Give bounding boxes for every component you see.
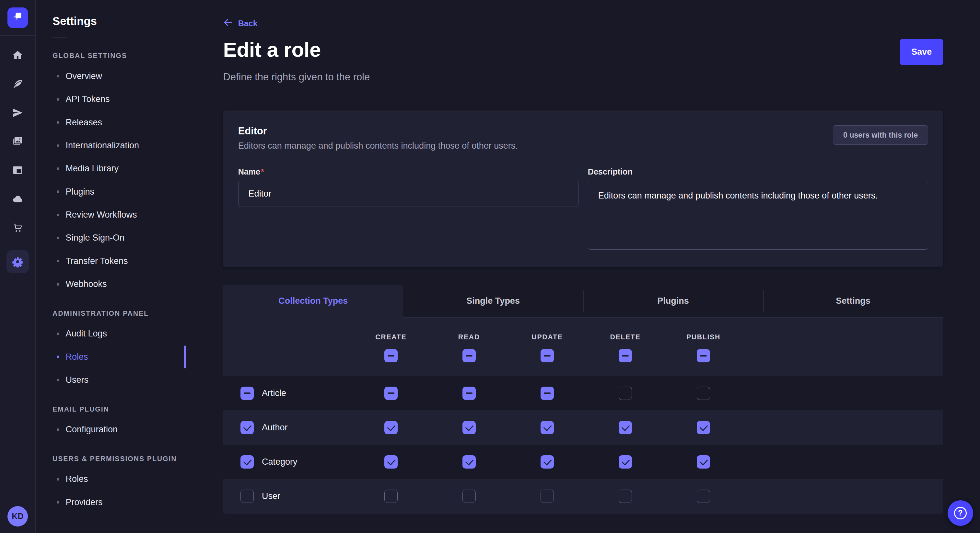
sidebar-item-roles[interactable]: Roles	[36, 346, 186, 368]
checkbox-article-delete[interactable]	[619, 387, 632, 400]
checkbox-article-create[interactable]	[384, 387, 398, 400]
tab-plugins[interactable]: Plugins	[583, 285, 763, 318]
checkbox-user-publish[interactable]	[697, 490, 710, 503]
bullet-icon	[57, 214, 59, 216]
checkbox-user-create[interactable]	[384, 490, 398, 503]
checkbox-user-update[interactable]	[541, 490, 554, 503]
checkbox-author-read[interactable]	[463, 421, 476, 434]
permission-row-category: Category	[223, 444, 943, 479]
checkbox-category-delete[interactable]	[619, 455, 632, 468]
bullet-icon	[57, 379, 59, 381]
sidebar-item-label: API Tokens	[65, 94, 110, 104]
bullet-icon	[57, 98, 59, 101]
checkbox-category-create[interactable]	[384, 455, 398, 468]
master-checkbox-publish[interactable]	[697, 349, 710, 362]
rail-item-home[interactable]	[12, 49, 24, 61]
sidebar-item-review-workflows[interactable]: Review Workflows	[36, 203, 186, 226]
sidebar-item-providers[interactable]: Providers	[36, 491, 186, 514]
checkbox-article-update[interactable]	[541, 387, 554, 400]
rail-item-content-type-builder[interactable]	[12, 164, 24, 176]
sidebar-item-webhooks[interactable]: Webhooks	[36, 273, 186, 296]
permissions-card: Collection TypesSingle TypesPluginsSetti…	[223, 285, 943, 514]
permissions-table: CREATEREADUPDATEDELETEPUBLISH ArticleAut…	[223, 318, 943, 513]
tab-collection-types[interactable]: Collection Types	[223, 285, 403, 318]
rail-item-settings[interactable]	[6, 250, 29, 273]
app-window: KD Settings GLOBAL SETTINGSOverviewAPI T…	[0, 0, 980, 533]
checkbox-author-update[interactable]	[541, 421, 554, 434]
row-checkbox-category[interactable]	[240, 455, 254, 468]
description-textarea[interactable]: Editors can manage and publish contents …	[588, 181, 928, 249]
help-button[interactable]: ?	[948, 500, 973, 526]
save-button[interactable]: Save	[900, 39, 943, 65]
row-checkbox-article[interactable]	[240, 387, 254, 400]
name-input[interactable]	[238, 181, 579, 207]
master-checkbox-update[interactable]	[541, 349, 554, 362]
users-with-role-badge[interactable]: 0 users with this role	[833, 125, 928, 145]
sidebar-item-releases[interactable]: Releases	[36, 111, 186, 134]
permission-row-user: User	[223, 479, 943, 513]
home-icon	[12, 49, 24, 61]
sidebar-item-media-library[interactable]: Media Library	[36, 157, 186, 180]
role-details-card: Editor Editors can manage and publish co…	[223, 110, 943, 267]
section-label: USERS & PERMISSIONS PLUGIN	[36, 455, 186, 463]
checkbox-article-read[interactable]	[463, 387, 476, 400]
role-description-text: Editors can manage and publish contents …	[238, 141, 518, 151]
page-subtitle: Define the rights given to the role	[223, 71, 943, 83]
sidebar-item-label: Internationalization	[65, 141, 139, 151]
bullet-icon	[57, 333, 59, 335]
tab-settings[interactable]: Settings	[763, 285, 943, 318]
sidebar-item-configuration[interactable]: Configuration	[36, 418, 186, 441]
required-asterisk: *	[261, 167, 264, 176]
sidebar-item-plugins[interactable]: Plugins	[36, 180, 186, 203]
rail-item-cloud[interactable]	[12, 193, 24, 205]
sidebar-item-roles[interactable]: Roles	[36, 468, 186, 490]
sidebar-item-single-sign-on[interactable]: Single Sign-On	[36, 226, 186, 249]
checkbox-category-publish[interactable]	[697, 455, 710, 468]
checkbox-user-delete[interactable]	[619, 490, 632, 503]
checkbox-category-update[interactable]	[541, 455, 554, 468]
checkbox-author-create[interactable]	[384, 421, 398, 434]
sidebar-item-label: Single Sign-On	[65, 233, 124, 243]
rail-item-content-manager[interactable]	[12, 78, 24, 90]
bullet-icon	[57, 121, 59, 124]
master-checkbox-delete[interactable]	[619, 349, 632, 362]
sidebar-item-overview[interactable]: Overview	[36, 65, 186, 88]
rail-item-paper-plane[interactable]	[12, 107, 24, 119]
content-manager-icon	[12, 78, 24, 90]
role-summary: Editor Editors can manage and publish co…	[238, 125, 518, 151]
subnav-sections: GLOBAL SETTINGSOverviewAPI TokensRelease…	[36, 52, 186, 514]
master-checkbox-create[interactable]	[384, 349, 398, 362]
checkbox-article-publish[interactable]	[697, 387, 710, 400]
permissions-columns: CREATEREADUPDATEDELETEPUBLISH	[223, 333, 943, 341]
name-field-group: Name*	[238, 167, 579, 252]
checkbox-author-publish[interactable]	[697, 421, 710, 434]
settings-icon	[12, 256, 24, 268]
strapi-logo-button[interactable]	[8, 8, 28, 28]
checkbox-author-delete[interactable]	[619, 421, 632, 434]
row-checkbox-user[interactable]	[240, 490, 254, 503]
master-checkbox-read[interactable]	[463, 349, 476, 362]
main-content: Back Edit a role Save Define the rights …	[186, 0, 980, 533]
subnav-title-divider	[52, 38, 67, 38]
row-checkbox-author[interactable]	[240, 421, 254, 434]
user-avatar[interactable]: KD	[8, 506, 28, 527]
role-title: Editor	[238, 125, 518, 137]
bullet-icon	[57, 355, 59, 358]
rail-item-marketplace[interactable]	[12, 222, 24, 234]
sidebar-item-users[interactable]: Users	[36, 368, 186, 392]
checkbox-category-read[interactable]	[463, 455, 476, 468]
bullet-icon	[57, 190, 59, 193]
back-link[interactable]: Back	[223, 17, 257, 30]
checkbox-user-read[interactable]	[463, 490, 476, 503]
sidebar-item-transfer-tokens[interactable]: Transfer Tokens	[36, 250, 186, 273]
sidebar-item-api-tokens[interactable]: API Tokens	[36, 88, 186, 111]
sidebar-item-internationalization[interactable]: Internationalization	[36, 134, 186, 157]
name-field-label: Name*	[238, 167, 579, 176]
sidebar-item-label: Overview	[65, 71, 102, 81]
sidebar-item-audit-logs[interactable]: Audit Logs	[36, 322, 186, 345]
rail-bottom: KD	[0, 500, 35, 533]
rail-item-media-library[interactable]	[12, 135, 24, 148]
tab-single-types[interactable]: Single Types	[403, 285, 583, 318]
sidebar-item-label: Roles	[65, 474, 88, 484]
logo-section	[0, 0, 35, 36]
